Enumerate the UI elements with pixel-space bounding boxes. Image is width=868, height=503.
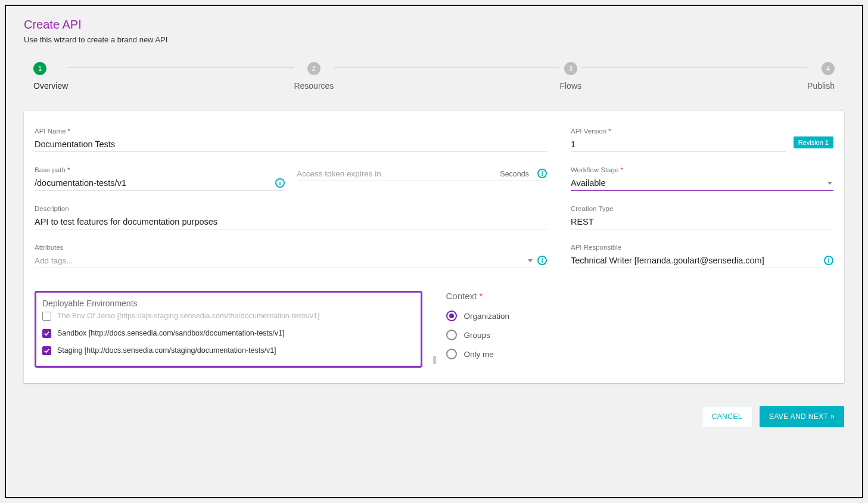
info-icon[interactable]: i: [824, 256, 833, 265]
page-subtitle: Use this wizard to create a brand new AP…: [24, 35, 844, 44]
chevron-down-icon[interactable]: [528, 259, 533, 262]
step-publish[interactable]: 4 Publish: [807, 62, 835, 91]
checkbox-checked[interactable]: [42, 329, 51, 338]
token-expires-suffix: Seconds: [500, 170, 529, 178]
step-resources[interactable]: 2 Resources: [294, 62, 334, 91]
step-label-publish: Publish: [807, 81, 835, 91]
radio-label: Only me: [464, 350, 494, 359]
description-input[interactable]: [35, 217, 547, 226]
env-label: The Env Of Jerso [https://api-staging.se…: [57, 312, 415, 321]
step-flows[interactable]: 3 Flows: [559, 62, 581, 91]
right-column: API Version Revision 1 Workflow Stage Av…: [571, 128, 833, 273]
scrollbar-thumb[interactable]: [433, 356, 436, 364]
checkbox-unchecked[interactable]: [42, 312, 51, 321]
left-column: API Name Base path i: [35, 128, 547, 273]
env-row-staging[interactable]: Staging [http://docs.sensedia.com/stagin…: [42, 346, 415, 355]
workflow-stage-label: Workflow Stage: [571, 166, 833, 173]
radio-unselected[interactable]: [446, 330, 457, 340]
env-row-sandbox[interactable]: Sandbox [http://docs.sensedia.com/sandbo…: [42, 329, 415, 338]
env-row-jerso[interactable]: The Env Of Jerso [https://api-staging.se…: [42, 312, 415, 321]
attributes-input[interactable]: [35, 256, 528, 265]
creation-type-value: REST: [571, 217, 833, 226]
info-icon[interactable]: i: [275, 178, 285, 188]
footer-actions: CANCEL SAVE AND NEXT »: [24, 406, 844, 427]
wizard-stepper: 1 Overview 2 Resources 3 Flows 4 Publish: [24, 62, 844, 91]
step-number-1: 1: [33, 62, 46, 75]
save-and-next-button[interactable]: SAVE AND NEXT »: [760, 406, 844, 427]
api-name-label: API Name: [35, 128, 547, 135]
env-label: Staging [http://docs.sensedia.com/stagin…: [57, 346, 415, 355]
radio-label: Groups: [464, 331, 490, 340]
token-expires-input[interactable]: [297, 170, 500, 178]
env-label: Sandbox [http://docs.sensedia.com/sandbo…: [57, 329, 415, 338]
creation-type-label: Creation Type: [571, 205, 833, 212]
info-icon[interactable]: i: [537, 169, 547, 178]
context-panel: Context * Organization Groups Only me: [446, 291, 834, 368]
context-title: Context *: [446, 291, 834, 301]
cancel-button[interactable]: CANCEL: [702, 406, 752, 427]
attributes-label: Attributes: [35, 244, 547, 251]
api-responsible-label: API Responsible: [571, 244, 833, 251]
step-overview[interactable]: 1 Overview: [33, 62, 68, 91]
revision-badge: Revision 1: [794, 136, 833, 148]
radio-selected[interactable]: [446, 311, 457, 321]
radio-label: Organization: [464, 312, 510, 321]
stepper-line: [68, 67, 294, 68]
description-label: Description: [35, 205, 547, 212]
api-name-input[interactable]: [35, 139, 547, 149]
context-option-only-me[interactable]: Only me: [446, 349, 834, 359]
api-version-label: API Version: [571, 128, 786, 135]
base-path-label: Base path: [35, 166, 285, 173]
overview-card: API Name Base path i: [24, 111, 844, 383]
deployable-environments-title: Deployable Environments: [42, 299, 415, 308]
radio-unselected[interactable]: [446, 349, 457, 359]
stepper-line: [581, 67, 807, 68]
checkbox-checked[interactable]: [42, 346, 51, 355]
page-title: Create API: [24, 18, 844, 32]
context-option-organization[interactable]: Organization: [446, 311, 834, 321]
step-number-2: 2: [307, 62, 321, 75]
context-option-groups[interactable]: Groups: [446, 330, 834, 340]
stepper-line: [334, 67, 559, 68]
workflow-stage-select[interactable]: Available: [571, 178, 827, 188]
step-label-flows: Flows: [559, 81, 581, 91]
api-responsible-input[interactable]: [571, 256, 820, 265]
chevron-down-icon[interactable]: [827, 182, 832, 185]
step-number-3: 3: [564, 62, 577, 75]
step-label-resources: Resources: [294, 81, 334, 91]
info-icon[interactable]: i: [537, 256, 547, 265]
base-path-input[interactable]: [35, 178, 272, 188]
step-number-4: 4: [822, 62, 835, 75]
api-version-input[interactable]: [571, 139, 786, 149]
deployable-environments-panel: Deployable Environments The Env Of Jerso…: [35, 291, 422, 368]
step-label-overview: Overview: [33, 81, 68, 91]
